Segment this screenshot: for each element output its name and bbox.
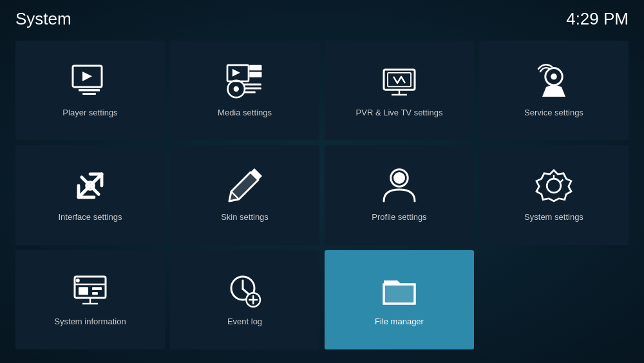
- tile-system-settings[interactable]: System settings: [479, 145, 629, 244]
- tile-system-information[interactable]: System information: [15, 250, 165, 349]
- page-title: System: [15, 9, 71, 29]
- svg-marker-1: [82, 72, 92, 81]
- svg-point-18: [551, 74, 557, 80]
- svg-line-31: [560, 179, 563, 182]
- svg-rect-6: [249, 64, 261, 70]
- svg-point-39: [76, 279, 80, 282]
- svg-rect-12: [244, 91, 256, 93]
- tile-pvr-settings[interactable]: PVR & Live TV settings: [325, 41, 474, 140]
- svg-rect-47: [384, 284, 415, 304]
- system-settings-icon: [531, 163, 576, 208]
- profile-settings-icon: [377, 163, 422, 208]
- svg-line-42: [243, 289, 249, 295]
- interface-settings-icon: [68, 163, 113, 208]
- player-settings-icon: [68, 59, 113, 104]
- header: System 4:29 PM: [0, 0, 644, 35]
- tile-label-service-settings: Service settings: [524, 108, 583, 117]
- svg-point-29: [547, 179, 561, 193]
- tile-service-settings[interactable]: Service settings: [479, 41, 629, 140]
- system-information-icon: [68, 268, 113, 313]
- file-manager-icon: [377, 268, 422, 313]
- tile-label-system-information: System information: [54, 317, 126, 326]
- tile-media-settings[interactable]: Media settings: [170, 41, 319, 140]
- svg-point-28: [393, 172, 405, 184]
- clock: 4:29 PM: [566, 9, 629, 29]
- svg-rect-10: [244, 83, 261, 85]
- svg-rect-35: [92, 288, 102, 291]
- svg-rect-36: [92, 292, 98, 295]
- svg-rect-34: [79, 288, 88, 295]
- tile-interface-settings[interactable]: Interface settings: [15, 145, 165, 244]
- tile-label-skin-settings: Skin settings: [221, 212, 269, 222]
- svg-rect-7: [249, 72, 261, 77]
- tile-file-manager[interactable]: File manager: [325, 250, 474, 349]
- tile-label-player-settings: Player settings: [62, 108, 117, 117]
- tile-label-profile-settings: Profile settings: [372, 212, 426, 222]
- pvr-settings-icon: [377, 59, 422, 104]
- settings-grid: Player settingsMedia settingsPVR & Live …: [0, 35, 644, 360]
- tile-label-pvr-settings: PVR & Live TV settings: [356, 108, 443, 117]
- svg-rect-11: [244, 87, 261, 89]
- svg-marker-5: [232, 68, 240, 76]
- svg-point-9: [234, 86, 239, 91]
- tile-label-event-log: Event log: [227, 317, 262, 326]
- service-settings-icon: [531, 59, 576, 104]
- tile-skin-settings[interactable]: Skin settings: [170, 145, 319, 244]
- tile-label-system-settings: System settings: [524, 212, 583, 222]
- tile-label-media-settings: Media settings: [218, 108, 272, 117]
- tile-event-log[interactable]: Event log: [170, 250, 319, 349]
- svg-rect-2: [79, 89, 100, 92]
- tile-label-file-manager: File manager: [375, 317, 424, 326]
- media-settings-icon: [222, 59, 267, 104]
- tile-profile-settings[interactable]: Profile settings: [325, 145, 474, 244]
- tile-player-settings[interactable]: Player settings: [15, 41, 165, 140]
- tile-label-interface-settings: Interface settings: [59, 212, 122, 222]
- svg-rect-3: [82, 93, 96, 95]
- event-log-icon: [222, 268, 267, 313]
- skin-settings-icon: [222, 163, 267, 208]
